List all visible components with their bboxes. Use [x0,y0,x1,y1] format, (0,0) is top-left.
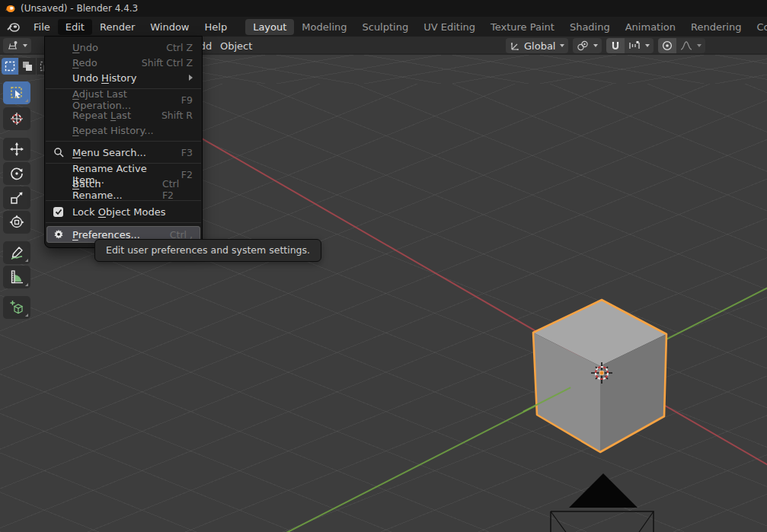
proportional-falloff-dropdown[interactable] [676,38,705,53]
tab-modeling[interactable]: Modeling [294,19,354,35]
menu-item-repeat-history[interactable]: Repeat History... [45,123,202,138]
annotate-pencil-icon [9,245,24,260]
submenu-arrow-icon [189,75,193,81]
menu-item-repeat-last[interactable]: Repeat Last Shift R [45,107,202,123]
blender-logo-icon[interactable] [7,21,20,33]
tab-animation[interactable]: Animation [618,19,683,35]
select-box-icon [9,85,24,100]
select-mode-extend-button[interactable] [19,58,36,75]
measure-icon [9,269,24,285]
tab-rendering[interactable]: Rendering [683,19,749,35]
falloff-curve-icon [680,40,692,51]
menu-item-label: Lock Object Modes [72,206,165,218]
menu-item-adjust-last-operation[interactable]: Adjust Last Operation... F9 [45,92,202,107]
menu-shortcut: F3 [171,147,193,158]
tool-cursor[interactable] [3,107,30,130]
menubar-file[interactable]: File [26,19,58,35]
chevron-down-icon [697,44,701,47]
tab-compositing[interactable]: Compositing [749,19,767,35]
menu-item-label: Menu Search... [72,147,146,158]
menu-item-menu-search[interactable]: Menu Search... F3 [45,145,202,160]
menubar-render[interactable]: Render [92,19,142,35]
menu-item-label: Redo [72,57,97,68]
menu-shortcut: Shift R [151,110,193,121]
tooltip-text: Edit user preferences and system setting… [106,244,310,256]
add-cube-icon [9,300,24,315]
3d-cursor-tool-icon [9,111,24,126]
tooltip: Edit user preferences and system setting… [94,239,321,262]
scale-icon [9,190,24,205]
menu-item-label: Repeat Last [72,110,131,121]
tool-transform[interactable] [3,211,30,234]
editor-type-selector[interactable] [3,38,31,53]
move-icon [9,142,24,157]
menu-shortcut: Ctrl Z [155,42,193,53]
menu-item-undo[interactable]: Undo Ctrl Z [45,40,202,55]
menu-item-lock-object-modes[interactable]: Lock Object Modes [45,204,202,219]
menu-item-undo-history[interactable]: Undo History [45,70,202,85]
menu-object[interactable]: Object [216,39,256,53]
window-title: (Unsaved) - Blender 4.4.3 [21,3,138,14]
menu-separator [46,141,201,142]
snap-magnet-icon [610,40,621,51]
select-set-icon [5,61,15,72]
top-menubar: File Edit Render Window Help Layout Mode… [0,17,767,37]
tool-shelf [3,81,30,320]
tab-sculpting[interactable]: Sculpting [354,19,416,35]
menu-item-label: Undo [72,42,98,53]
menu-item-label: Repeat History... [72,125,154,136]
snap-target-icon [628,40,641,51]
tab-shading[interactable]: Shading [562,19,618,35]
menubar-help[interactable]: Help [197,19,235,35]
menubar-edit[interactable]: Edit [58,19,92,35]
menu-shortcut: F9 [171,94,193,106]
tool-select-box[interactable] [3,81,30,104]
tool-rotate[interactable] [3,162,30,185]
transform-orientation-dropdown[interactable]: Global [506,38,568,53]
transform-orientation-icon [510,40,521,51]
viewport-editor-icon [7,40,18,51]
tool-add-cube[interactable] [3,296,30,319]
window-titlebar: (Unsaved) - Blender 4.4.3 [0,0,767,17]
proportional-editing-toggle[interactable] [658,38,676,53]
tab-uv-editing[interactable]: UV Editing [416,19,483,35]
menu-item-label: Undo History [72,72,136,84]
pivot-point-dropdown[interactable] [573,38,602,53]
select-mode-set-button[interactable] [2,58,18,75]
menu-separator [46,222,201,223]
3d-cursor [586,358,617,388]
tab-texture-paint[interactable]: Texture Paint [483,19,562,35]
tool-scale[interactable] [3,186,30,209]
pivot-point-icon [577,40,589,51]
proportional-editing-icon [662,40,673,51]
chevron-down-icon [593,44,598,47]
menu-item-batch-rename[interactable]: Batch Rename... Ctrl F2 [45,182,202,197]
blender-logo-icon [5,3,15,14]
search-icon [53,147,64,158]
menubar-window[interactable]: Window [142,19,197,35]
edit-menu-popup: Undo Ctrl Z Redo Shift Ctrl Z Undo Histo… [44,36,203,248]
gear-icon [53,228,64,239]
snap-toggle-button[interactable] [606,38,625,53]
camera-object[interactable] [533,464,670,532]
tab-layout[interactable]: Layout [245,19,294,35]
orientation-label: Global [524,40,555,52]
chevron-down-icon [23,44,27,47]
chevron-down-icon [560,44,564,47]
menu-item-label: Batch Rename... [72,178,152,201]
rotate-icon [9,166,24,181]
transform-icon [9,215,24,230]
snap-target-dropdown[interactable] [625,38,654,53]
tool-measure[interactable] [3,266,30,288]
tool-annotate[interactable] [3,241,30,264]
menu-shortcut: Ctrl F2 [152,178,193,201]
select-extend-icon [21,60,34,72]
chevron-down-icon [645,44,650,47]
checkbox-checked-icon[interactable] [53,207,63,217]
tool-move[interactable] [3,138,30,161]
menu-shortcut: Shift Ctrl Z [131,57,193,68]
menu-item-redo[interactable]: Redo Shift Ctrl Z [45,55,202,70]
